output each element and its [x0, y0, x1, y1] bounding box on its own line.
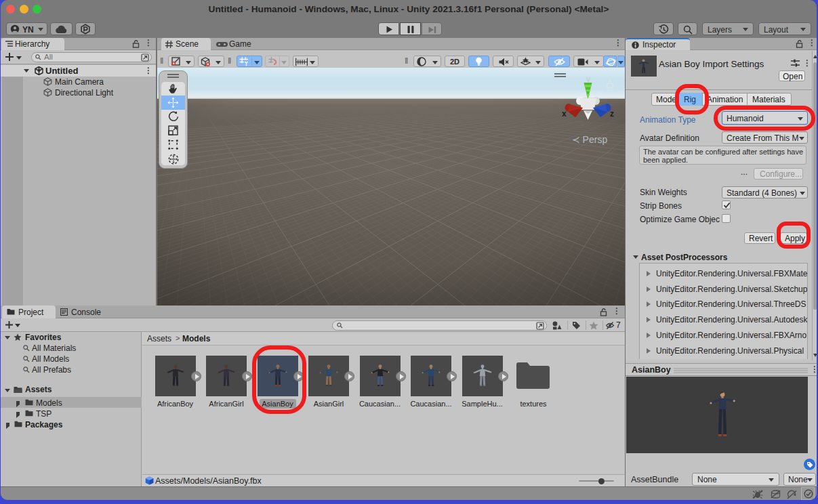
svg-text:x: x [562, 109, 567, 119]
svg-text:z: z [610, 109, 614, 119]
